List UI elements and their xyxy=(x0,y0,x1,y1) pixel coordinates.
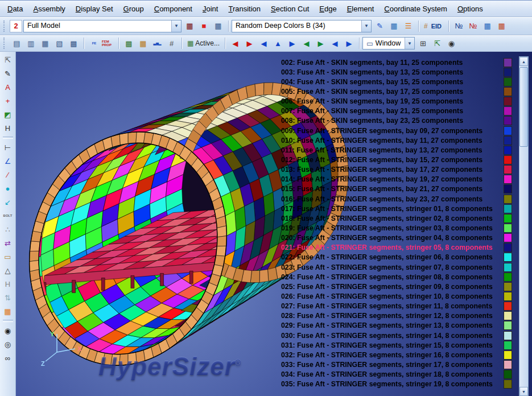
legend-row-002[interactable]: 002: Fuse Aft - SKIN segments, bay 11, 2… xyxy=(281,57,512,67)
legend-row-028[interactable]: 028: Fuse Aft - STRINGER segments, strin… xyxy=(281,311,512,321)
menu-assembly[interactable]: Assembly xyxy=(28,2,70,15)
camera-icon[interactable]: ◉ xyxy=(444,36,459,50)
menu-coordinate-system[interactable]: Coordinate System xyxy=(379,2,452,15)
toolbar-drag-handle[interactable] xyxy=(3,20,7,32)
paint-drop-icon[interactable]: ● xyxy=(1,182,15,195)
legend-row-004[interactable]: 004: Fuse Aft - SKIN segments, bay 15, 2… xyxy=(281,77,512,86)
tsquare-icon[interactable]: ⊢ xyxy=(1,141,15,154)
menu-data[interactable]: Data xyxy=(2,2,28,15)
legend-row-024[interactable]: 024: Fuse Aft - STRINGER segments, strin… xyxy=(281,272,512,282)
next-green-arrow[interactable]: ▶ xyxy=(314,36,328,50)
viewport-grid-icon[interactable]: ▦ xyxy=(38,36,52,50)
pan-icon[interactable]: ⇱ xyxy=(1,53,15,67)
menu-transition[interactable]: Transition xyxy=(223,2,266,15)
table-icon[interactable]: ▦ xyxy=(211,19,225,33)
legend-row-008[interactable]: 008: Fuse Aft - SKIN segments, bay 23, 2… xyxy=(281,116,512,126)
legend-row-033[interactable]: 033: Fuse Aft - STRINGER segments, strin… xyxy=(281,360,512,369)
dark-grid-icon[interactable]: ▦ xyxy=(183,19,197,33)
toolbar-drag-handle[interactable] xyxy=(3,38,7,49)
menu-element[interactable]: Element xyxy=(342,2,380,15)
next-red-arrow[interactable]: ▶ xyxy=(242,36,257,50)
orange-list-icon[interactable]: ☰ xyxy=(401,19,415,33)
model-count-badge[interactable]: 2 xyxy=(10,20,22,32)
menu-options[interactable]: Options xyxy=(452,2,488,15)
menu-edge[interactable]: Edge xyxy=(314,2,341,15)
updown-icon[interactable]: ⇅ xyxy=(1,291,15,304)
fe-display-icon[interactable]: FE xyxy=(87,36,101,50)
prev-nav-arrow[interactable]: ◀ xyxy=(328,36,342,50)
menu-component[interactable]: Component xyxy=(149,2,197,15)
legend-row-022[interactable]: 022: Fuse Aft - STRINGER segments, strin… xyxy=(281,253,512,262)
legend-row-020[interactable]: 020: Fuse Aft - STRINGER segments, strin… xyxy=(281,233,512,243)
viewport-single-icon[interactable]: ▤ xyxy=(10,36,24,50)
element-renumber-icon[interactable]: № xyxy=(466,19,480,33)
legend-row-026[interactable]: 026: Fuse Aft - STRINGER segments, strin… xyxy=(281,291,512,301)
legend-row-025[interactable]: 025: Fuse Aft - STRINGER segments, strin… xyxy=(281,282,512,291)
legend-row-035[interactable]: 035: Fuse Aft - STRINGER segments, strin… xyxy=(281,380,512,389)
measure-icon[interactable]: # xyxy=(164,36,179,50)
eye-icon[interactable]: ◉ xyxy=(1,324,15,337)
export-view-icon[interactable]: ⇱ xyxy=(430,36,444,50)
legend-row-030[interactable]: 030: Fuse Aft - STRINGER segments, strin… xyxy=(281,331,512,340)
binocular-icon[interactable]: ∞ xyxy=(1,351,15,365)
new-window-icon[interactable]: ⊞ xyxy=(416,36,430,50)
shade-toggle-icon[interactable]: ◩ xyxy=(1,108,15,121)
full-model-combo[interactable]: Full Model ▼ xyxy=(23,20,182,32)
legend-row-034[interactable]: 034: Fuse Aft - STRINGER segments, strin… xyxy=(281,370,512,380)
tray-icon[interactable]: ▭ xyxy=(1,250,15,263)
wedge-icon[interactable]: △ xyxy=(1,263,15,277)
legend-row-017[interactable]: 017: Fuse Aft - STRINGER segments, strin… xyxy=(281,204,512,213)
legend-row-031[interactable]: 031: Fuse Aft - STRINGER segments, strin… xyxy=(281,340,512,350)
legend-row-010[interactable]: 010: Fuse Aft - STRINGER segments, bay 1… xyxy=(281,135,512,145)
chevron-down-icon[interactable]: ▼ xyxy=(361,20,371,32)
legend-row-023[interactable]: 023: Fuse Aft - STRINGER segments, strin… xyxy=(281,262,512,272)
prev-red-arrow[interactable]: ◀ xyxy=(228,36,242,50)
annotation-icon[interactable]: A xyxy=(1,80,15,94)
orange-grid-icon[interactable]: ▦ xyxy=(1,304,15,318)
node-renumber-icon[interactable]: № xyxy=(452,19,466,33)
legend-row-019[interactable]: 019: Fuse Aft - STRINGER segments, strin… xyxy=(281,223,512,233)
viewport-split-icon[interactable]: ▥ xyxy=(24,36,38,50)
probe-arrow-icon[interactable]: ↙ xyxy=(1,195,15,209)
next-blue-arrow[interactable]: ▶ xyxy=(285,36,299,50)
chevron-down-icon[interactable]: ▼ xyxy=(171,20,181,32)
scroll-down-button[interactable]: ▼ xyxy=(519,387,528,396)
menu-group[interactable]: Group xyxy=(118,2,149,15)
element-id-grid-icon[interactable]: ▦ xyxy=(494,19,509,33)
viewport-wide-icon[interactable]: ▧ xyxy=(52,36,67,50)
window-combo[interactable]: ▭ Window ▼ xyxy=(362,37,415,50)
clamp-icon[interactable]: H xyxy=(1,121,15,135)
color-grid-icon[interactable]: ▦ xyxy=(387,19,401,33)
legend-row-032[interactable]: 032: Fuse Aft - STRINGER segments, strin… xyxy=(281,350,512,360)
prev-green-arrow[interactable]: ◀ xyxy=(299,36,314,50)
element-fill-icon[interactable]: ▩ xyxy=(122,36,136,50)
swap-arrows-icon[interactable]: ⇄ xyxy=(1,236,15,250)
legend-row-027[interactable]: 027: Fuse Aft - STRINGER segments, strin… xyxy=(281,302,512,311)
node-id-grid-icon[interactable]: ▦ xyxy=(480,19,494,33)
legend-row-018[interactable]: 018: Fuse Aft - STRINGER segments, strin… xyxy=(281,213,512,223)
eye-doc-icon[interactable]: ◎ xyxy=(1,337,15,351)
legend-row-015[interactable]: 015: Fuse Aft - STRINGER segments, bay 2… xyxy=(281,184,512,194)
draw-select-icon[interactable]: ✎ xyxy=(1,67,15,80)
angle-icon[interactable]: ∠ xyxy=(1,154,15,168)
eid-toggle-button[interactable]: # EID xyxy=(422,22,446,30)
paint-pencil-icon[interactable]: ✎ xyxy=(373,19,387,33)
legend-row-007[interactable]: 007: Fuse Aft - SKIN segments, bay 21, 2… xyxy=(281,106,512,116)
menu-joint[interactable]: Joint xyxy=(197,2,223,15)
slope-icon[interactable]: ∕ xyxy=(1,168,15,182)
add-icon[interactable]: + xyxy=(1,94,15,108)
bolt-icon[interactable]: BOLT xyxy=(1,209,15,222)
chevron-down-icon[interactable]: ▼ xyxy=(405,38,414,49)
scroll-up-button[interactable]: ▲ xyxy=(519,57,528,66)
frame-icon[interactable]: H xyxy=(1,277,15,291)
viewport-3d[interactable]: HyperSizer® 002: Fuse Aft - SKIN segment… xyxy=(16,52,532,396)
legend-row-021[interactable]: 021: Fuse Aft - STRINGER segments, strin… xyxy=(281,243,512,253)
legend-row-029[interactable]: 029: Fuse Aft - STRINGER segments, strin… xyxy=(281,321,512,331)
property-grid-icon[interactable]: ▦ xyxy=(136,36,150,50)
first-blue-arrow[interactable]: ◀ xyxy=(257,36,271,50)
viewport-max-icon[interactable]: ▩ xyxy=(67,36,81,50)
legend-row-006[interactable]: 006: Fuse Aft - SKIN segments, bay 19, 2… xyxy=(281,97,512,106)
next-nav-arrow[interactable]: ▶ xyxy=(342,36,356,50)
up-blue-arrow[interactable]: ▲ xyxy=(271,36,285,50)
legend-row-013[interactable]: 013: Fuse Aft - STRINGER segments, bay 1… xyxy=(281,165,512,175)
